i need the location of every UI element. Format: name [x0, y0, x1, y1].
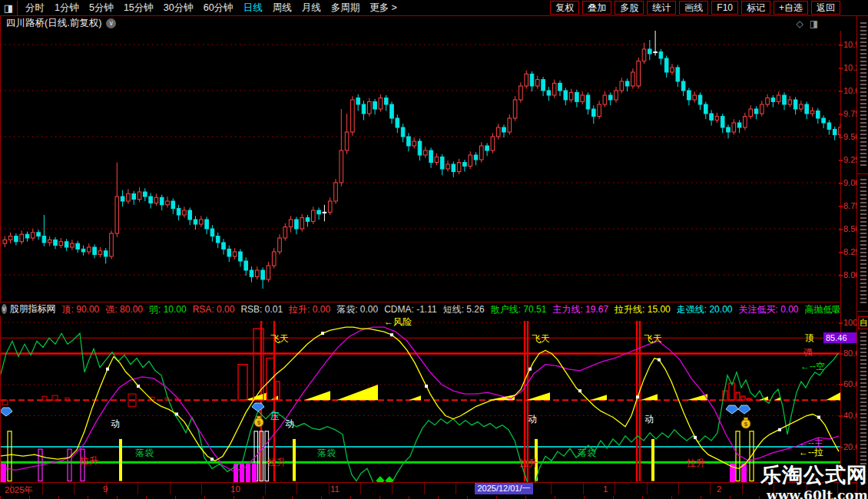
- pane-label-←--空: ←--空: [800, 361, 825, 372]
- pane-label-飞天: 飞天: [644, 333, 662, 344]
- pane-label-拉升: 拉升: [686, 458, 705, 468]
- toolbar-button-统计[interactable]: 统计: [647, 1, 676, 15]
- watermark: 乐淘公式网 www.60lt.com: [760, 461, 868, 499]
- date-axis-tick: [201, 483, 202, 494]
- indicator-field-弱: 弱: 10.00: [149, 304, 187, 315]
- period-tab-多周期[interactable]: 多周期: [331, 2, 360, 15]
- indicator-field-拉升: 拉升: 0.00: [289, 304, 330, 315]
- window-layout-icon[interactable]: ◨: [0, 1, 18, 15]
- date-axis-tick: [710, 483, 711, 494]
- toolbar-button-返回[interactable]: 返回: [811, 1, 840, 15]
- date-label-2025年: 2025年: [5, 484, 33, 496]
- period-tab-周线[interactable]: 周线: [273, 2, 292, 15]
- vertical-text-decoration: [860, 22, 866, 168]
- pane-label-压: 压: [270, 411, 280, 421]
- date-axis-tick: [74, 483, 75, 494]
- period-tab-15分钟[interactable]: 15分钟: [124, 2, 154, 15]
- date-axis-tick: [297, 483, 297, 494]
- price-tick: [839, 91, 843, 92]
- indicator-field-高抛低吸: 高抛低吸: 0: [805, 304, 840, 315]
- chevron-down-icon[interactable]: ∨: [106, 18, 116, 28]
- indicator-axis-tick: [839, 353, 843, 355]
- side-tab-custom[interactable]: 自: [858, 316, 868, 329]
- indicator-field-落袋: 落袋: 0.00: [336, 304, 378, 315]
- split-window-icon[interactable]: ◨: [810, 18, 818, 29]
- watermark-url: www.60lt.com: [767, 487, 868, 499]
- period-tab-5分钟[interactable]: 5分钟: [89, 2, 114, 15]
- date-label-11: 11: [330, 484, 340, 494]
- date-axis-tick: [329, 483, 330, 494]
- pane-label-飞天: 飞天: [270, 333, 289, 344]
- period-tab-日线[interactable]: 日线: [244, 2, 263, 15]
- indicator-field-拉升线: 拉升线: 15.00: [615, 304, 671, 315]
- title-bar-icons: ◇ ◨: [796, 18, 818, 29]
- toolbar-button-标记[interactable]: 标记: [741, 1, 770, 15]
- indicator-field-CDMA: CDMA: -1.11: [384, 304, 436, 315]
- price-tick: [839, 229, 843, 230]
- diamond-marker-icon[interactable]: ◇: [796, 18, 803, 29]
- indicator-header[interactable]: ∨ 股朋指标网 顶: 90.00强: 80.00弱: 10.00RSA: 0.0…: [0, 302, 840, 316]
- period-tab-1分钟[interactable]: 1分钟: [55, 2, 79, 15]
- date-label-10: 10: [230, 484, 240, 494]
- chevron-down-icon[interactable]: ∨: [2, 304, 7, 314]
- indicator-values: 顶: 90.00强: 80.00弱: 10.00RSA: 0.00RSB: 0.…: [62, 302, 840, 316]
- date-axis-tick: [647, 483, 648, 494]
- date-axis-tick: [424, 483, 425, 494]
- indicator-field-短线: 短线: 5.26: [443, 304, 485, 315]
- toolbar-button-叠加[interactable]: 叠加: [582, 1, 611, 15]
- pane-label-←--拉: ←--拉: [799, 447, 823, 458]
- watermark-site-name: 乐淘公式网: [760, 461, 868, 489]
- date-axis-tick: [170, 483, 171, 494]
- pane-label-动: 动: [285, 418, 294, 429]
- indicator-axis-tick: [839, 322, 843, 324]
- period-tab-分时[interactable]: 分时: [25, 2, 45, 15]
- price-tick: [839, 114, 843, 115]
- date-axis-tick: [551, 483, 552, 494]
- price-tick: [839, 68, 843, 69]
- indicator-pane[interactable]: $$飞天飞天飞天←风险动动动动落袋落袋落袋拉升拉升拉升拉升压顶强←--空←--主…: [0, 315, 841, 482]
- indicator-field-RSA: RSA: 0.00: [193, 304, 235, 315]
- price-tick: [839, 275, 843, 276]
- indicator-axis-tick: [839, 384, 843, 385]
- toolbar-button-F10[interactable]: F10: [711, 1, 738, 15]
- pane-label-强: 强: [803, 347, 813, 358]
- toolbar-button-+自选[interactable]: +自选: [774, 1, 808, 15]
- period-tab-更多 >[interactable]: 更多 >: [369, 2, 397, 15]
- pane-label-拉升: 拉升: [79, 455, 98, 466]
- pane-label-落袋: 落袋: [578, 448, 596, 458]
- period-tab-60分钟[interactable]: 60分钟: [204, 2, 234, 15]
- period-tab-30分钟[interactable]: 30分钟: [164, 2, 194, 15]
- pane-label-动: 动: [644, 414, 654, 425]
- svg-text:$: $: [257, 419, 261, 426]
- pane-label-落袋: 落袋: [135, 448, 154, 458]
- period-tab-月线[interactable]: 月线: [302, 2, 321, 15]
- toolbar-button-画线[interactable]: 画线: [679, 1, 708, 15]
- right-side-tab-strip[interactable]: 自: [856, 16, 868, 499]
- vertical-text-decoration: [860, 179, 866, 306]
- toolbar-button-复权[interactable]: 复权: [550, 1, 579, 15]
- pane-label-飞天: 飞天: [532, 333, 550, 344]
- date-axis-tick: [265, 483, 266, 494]
- price-tick: [839, 252, 843, 253]
- candlestick-chart[interactable]: [0, 31, 841, 302]
- date-axis-tick: [742, 483, 743, 494]
- toolbar-button-多股[interactable]: 多股: [615, 1, 644, 15]
- selected-date-badge[interactable]: 2025/12/01/一: [475, 483, 533, 494]
- bottom-toolbar-cut: [0, 496, 868, 499]
- date-axis[interactable]: 2025年91011122025/12/01/一: [0, 482, 856, 497]
- pane-label-动: 动: [528, 414, 537, 425]
- indicator-field-关注低买: 关注低买: 0.00: [738, 304, 798, 315]
- date-axis-tick: [583, 483, 584, 494]
- pane-label-拉升: 拉升: [518, 458, 538, 468]
- pane-label-拉升: 拉升: [267, 457, 286, 468]
- period-tabs: 分时1分钟5分钟15分钟30分钟60分钟日线周线月线多周期更多 >: [25, 2, 397, 15]
- price-tick: [839, 183, 843, 184]
- pane-label-落袋: 落袋: [317, 448, 336, 458]
- left-border: [0, 15, 1, 495]
- price-tick: [839, 160, 843, 161]
- svg-text:$: $: [744, 421, 748, 428]
- price-tick: [839, 137, 843, 138]
- indicator-axis-tick: [839, 415, 843, 417]
- divider: [857, 173, 868, 174]
- indicator-field-走强线: 走强线: 20.00: [677, 304, 733, 315]
